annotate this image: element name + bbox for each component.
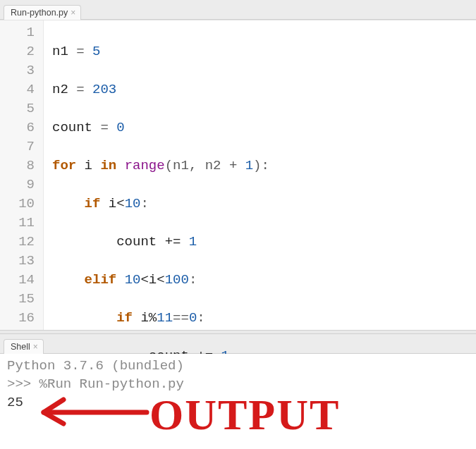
line-number: 2 xyxy=(3,42,35,61)
line-number: 3 xyxy=(3,61,35,80)
shell-prompt: >>> xyxy=(7,376,39,392)
line-number: 10 xyxy=(3,195,35,214)
line-number: 13 xyxy=(3,252,35,271)
editor-tab[interactable]: Run-python.py × xyxy=(4,5,81,20)
line-number: 9 xyxy=(3,176,35,195)
line-number: 11 xyxy=(3,214,35,233)
code-line: for i in range(n1, n2 + 1): xyxy=(52,156,472,176)
line-number: 6 xyxy=(3,118,35,137)
shell-banner: Python 3.7.6 (bundled) xyxy=(7,357,472,375)
close-icon[interactable]: × xyxy=(71,8,75,17)
shell-tab[interactable]: Shell × xyxy=(4,339,44,354)
shell-tab-label: Shell xyxy=(11,342,30,352)
line-number: 8 xyxy=(3,156,35,176)
shell-panel[interactable]: Python 3.7.6 (bundled) >>> %Run Run-pyth… xyxy=(0,354,476,449)
shell-magic: %Run Run-python.py xyxy=(39,376,184,392)
line-number: 4 xyxy=(3,80,35,99)
line-number: 14 xyxy=(3,271,35,290)
code-editor[interactable]: 1 2 3 4 5 6 7 8 9 10 11 12 13 14 15 16 n… xyxy=(0,20,476,330)
code-line: count = 0 xyxy=(52,118,472,137)
shell-command-line: >>> %Run Run-python.py xyxy=(7,375,472,393)
code-line: elif 10<i<100: xyxy=(52,271,472,290)
line-number: 7 xyxy=(3,137,35,156)
editor-tab-label: Run-python.py xyxy=(11,8,68,18)
code-line: if i%11==0: xyxy=(52,309,472,328)
code-line: if i<10: xyxy=(52,195,472,214)
line-number: 15 xyxy=(3,290,35,309)
code-line: n1 = 5 xyxy=(52,42,472,61)
line-number: 5 xyxy=(3,99,35,118)
editor-tab-bar: Run-python.py × xyxy=(0,0,476,20)
line-number: 1 xyxy=(3,23,35,42)
line-number-gutter: 1 2 3 4 5 6 7 8 9 10 11 12 13 14 15 16 xyxy=(0,20,44,330)
ide-window: Run-python.py × 1 2 3 4 5 6 7 8 9 10 11 … xyxy=(0,0,476,449)
code-line: n2 = 203 xyxy=(52,80,472,99)
close-icon[interactable]: × xyxy=(33,343,38,351)
line-number: 12 xyxy=(3,233,35,252)
code-line: count += 1 xyxy=(52,233,472,252)
line-number: 16 xyxy=(3,309,35,328)
shell-output: 25 xyxy=(7,393,472,412)
code-area[interactable]: n1 = 5 n2 = 203 count = 0 for i in range… xyxy=(44,20,476,330)
